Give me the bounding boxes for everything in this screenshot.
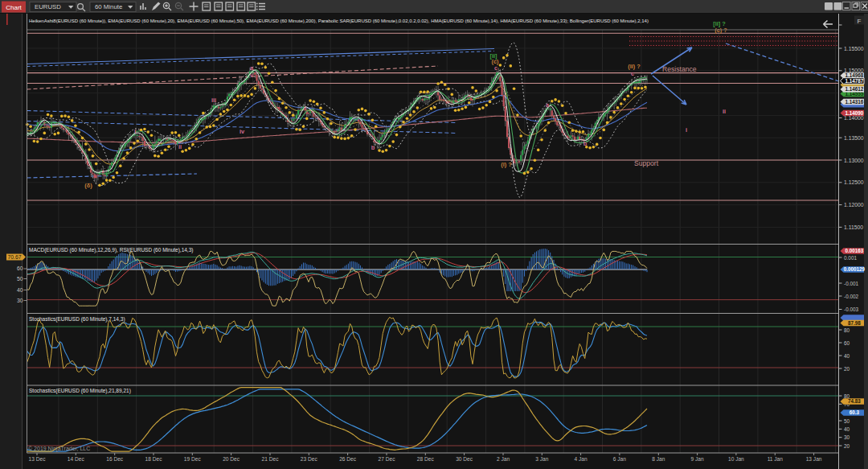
svg-text:F: F xyxy=(858,18,862,25)
svg-text:Resistance: Resistance xyxy=(662,65,697,73)
svg-text:8 Jan: 8 Jan xyxy=(652,456,665,462)
svg-text:70.67: 70.67 xyxy=(7,254,21,260)
svg-text:50: 50 xyxy=(17,276,23,282)
svg-text:0.000129: 0.000129 xyxy=(844,266,866,272)
svg-text:Chart: Chart xyxy=(6,4,22,11)
svg-text:© 2019 NinjaTrader, LLC: © 2019 NinjaTrader, LLC xyxy=(28,446,90,452)
svg-text:74.83: 74.83 xyxy=(848,398,861,404)
svg-text:20 Dec: 20 Dec xyxy=(223,456,240,462)
svg-text:60.3: 60.3 xyxy=(850,409,860,415)
svg-text:20: 20 xyxy=(844,443,850,449)
svg-text:1.15500: 1.15500 xyxy=(844,46,864,51)
svg-text:-0.003: -0.003 xyxy=(844,306,859,312)
svg-text:3 Jan: 3 Jan xyxy=(535,456,548,462)
svg-text:(i) ?: (i) ? xyxy=(501,161,512,168)
svg-text:6 Jan: 6 Jan xyxy=(613,456,626,462)
svg-text:iv: iv xyxy=(240,128,245,135)
svg-text:ii: ii xyxy=(178,143,182,150)
svg-text:1.13500: 1.13500 xyxy=(844,135,864,141)
svg-text:18 Dec: 18 Dec xyxy=(145,456,163,462)
svg-text:87.98: 87.98 xyxy=(848,320,861,326)
svg-text:19 Dec: 19 Dec xyxy=(184,456,202,462)
svg-text:HeikenAshi8(EURUSD (60 Minute): HeikenAshi8(EURUSD (60 Minute)), EMA(EUR… xyxy=(29,19,649,23)
svg-text:10 Jan: 10 Jan xyxy=(728,456,744,462)
svg-text:0.001: 0.001 xyxy=(844,255,857,261)
svg-text:1.14787: 1.14787 xyxy=(845,78,863,84)
svg-text:1.12500: 1.12500 xyxy=(844,179,864,185)
svg-text:14 Dec: 14 Dec xyxy=(68,456,85,462)
svg-text:Stochastics(EURUSD (60 Minute): Stochastics(EURUSD (60 Minute),7,14,3) xyxy=(29,316,125,323)
svg-text:13 Dec: 13 Dec xyxy=(29,456,47,462)
svg-text:c: c xyxy=(494,64,497,72)
svg-text:60 Minute: 60 Minute xyxy=(95,3,122,10)
svg-text:40: 40 xyxy=(17,287,23,293)
svg-text:21 Dec: 21 Dec xyxy=(262,456,280,462)
svg-text:1.11500: 1.11500 xyxy=(844,224,863,230)
svg-text:11 Jan: 11 Jan xyxy=(768,456,784,462)
svg-text:20: 20 xyxy=(844,366,850,372)
svg-text:40: 40 xyxy=(844,426,850,432)
svg-text:40: 40 xyxy=(844,353,850,359)
svg-text:0.00163: 0.00163 xyxy=(845,248,863,253)
svg-text:c: c xyxy=(631,70,634,77)
svg-text:60: 60 xyxy=(17,265,23,271)
svg-text:(δ): (δ) xyxy=(84,182,92,189)
svg-text:80: 80 xyxy=(844,327,850,333)
svg-text:(ii) ?: (ii) ? xyxy=(628,63,641,70)
svg-text:-0.002: -0.002 xyxy=(844,294,859,299)
svg-text:30: 30 xyxy=(17,298,23,303)
svg-text:MACD(EURUSD (60 Minute),12,26,: MACD(EURUSD (60 Minute),12,26,9), RSI(EU… xyxy=(29,247,193,253)
svg-text:1.13000: 1.13000 xyxy=(844,158,864,163)
svg-text:-0.001: -0.001 xyxy=(844,281,859,286)
svg-text:2 Jan: 2 Jan xyxy=(497,456,510,462)
svg-text:1.14090: 1.14090 xyxy=(845,110,863,116)
svg-text:Support: Support xyxy=(634,159,659,167)
svg-text:27 Dec: 27 Dec xyxy=(379,456,396,462)
svg-text:b: b xyxy=(583,140,588,147)
svg-text:1.14612: 1.14612 xyxy=(845,86,863,92)
svg-text:ii: ii xyxy=(723,108,726,115)
svg-text:EURUSD: EURUSD xyxy=(35,3,61,10)
svg-text:4 Jan: 4 Jan xyxy=(575,456,588,462)
svg-text:30: 30 xyxy=(844,434,850,440)
svg-text:26 Dec: 26 Dec xyxy=(339,456,357,462)
svg-text:Stochastics(EURUSD (60 Minute): Stochastics(EURUSD (60 Minute),21,89,21) xyxy=(29,388,131,394)
svg-text:i: i xyxy=(686,126,687,134)
svg-text:b: b xyxy=(371,144,375,151)
svg-text:1.14316: 1.14316 xyxy=(845,99,863,105)
svg-text:23 Dec: 23 Dec xyxy=(301,456,318,462)
svg-text:(c): (c) xyxy=(491,58,499,65)
svg-text:1.12000: 1.12000 xyxy=(844,202,864,208)
svg-text:13 Jan: 13 Jan xyxy=(806,456,822,462)
svg-text:iii: iii xyxy=(211,97,216,104)
svg-text:50: 50 xyxy=(844,418,850,424)
svg-text:16 Dec: 16 Dec xyxy=(106,456,124,462)
svg-text:60: 60 xyxy=(844,340,850,346)
svg-text:i: i xyxy=(134,128,136,135)
svg-text:28 Dec: 28 Dec xyxy=(417,456,435,462)
svg-text:9 Jan: 9 Jan xyxy=(691,456,704,462)
svg-text:30 Dec: 30 Dec xyxy=(456,456,473,462)
